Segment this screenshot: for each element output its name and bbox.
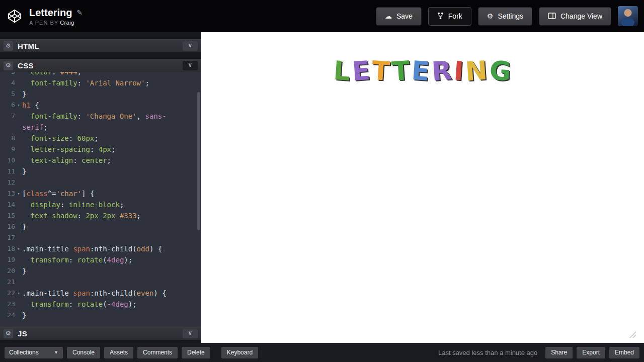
edit-title-icon[interactable]: ✎ xyxy=(77,9,83,17)
share-button[interactable]: Share xyxy=(545,347,573,358)
keyboard-button[interactable]: Keyboard xyxy=(221,347,258,358)
code-line[interactable]: 6▾h1 { xyxy=(0,100,201,111)
code-token: ; xyxy=(77,72,82,76)
js-collapse-chevron-icon[interactable]: ∨ xyxy=(183,329,198,338)
code-line[interactable]: 22▾.main-title span:nth-child(even) { xyxy=(0,288,201,299)
line-number: 15 xyxy=(0,210,15,221)
collections-dropdown[interactable]: Collections ▼ xyxy=(5,347,63,358)
code-token: : xyxy=(73,156,82,164)
title-letter: E xyxy=(351,55,373,87)
pen-title-block: Lettering ✎ A PEN BYCraig xyxy=(29,7,83,26)
code-line[interactable]: 21 xyxy=(0,277,201,288)
code-line[interactable]: 5} xyxy=(0,88,201,100)
embed-button[interactable]: Embed xyxy=(609,347,639,358)
code-line[interactable]: 16} xyxy=(0,221,201,232)
line-number: 23 xyxy=(0,299,15,310)
code-token: ; xyxy=(111,145,115,153)
code-text: transform: rotate(-4deg); xyxy=(22,299,201,310)
code-line[interactable]: 12 xyxy=(0,177,201,188)
code-line[interactable]: 15 text-shadow: 2px 2px #333; xyxy=(0,210,201,221)
code-token xyxy=(22,112,31,120)
fold-column xyxy=(15,254,22,265)
css-code-editor[interactable]: 3 color: #444;4 font-family: 'Arial Narr… xyxy=(0,72,201,327)
code-line[interactable]: 19 transform: rotate(4deg); xyxy=(0,254,201,265)
code-token: transform xyxy=(31,300,69,308)
code-text: font-size: 60px; xyxy=(22,133,201,144)
code-text: text-shadow: 2px 2px #333; xyxy=(22,210,201,221)
code-line[interactable]: serif; xyxy=(0,122,201,133)
console-button[interactable]: Console xyxy=(67,347,100,358)
author-link[interactable]: Craig xyxy=(60,20,74,26)
line-number: 18 xyxy=(0,243,15,254)
html-settings-gear-icon[interactable]: ⚙ xyxy=(4,41,13,51)
code-token: ( xyxy=(103,256,107,264)
code-line[interactable]: 11} xyxy=(0,166,201,177)
fold-arrow-icon[interactable]: ▾ xyxy=(15,243,22,254)
editor-scrollbar[interactable] xyxy=(197,92,200,230)
line-number: 7 xyxy=(0,111,15,122)
code-line[interactable]: 3 color: #444; xyxy=(0,72,201,77)
code-text: serif; xyxy=(22,122,201,133)
fold-arrow-icon[interactable]: ▾ xyxy=(15,100,22,111)
code-token: : xyxy=(60,201,69,209)
code-token: } xyxy=(22,167,26,175)
code-token: class xyxy=(26,190,47,198)
line-number: 10 xyxy=(0,155,15,166)
export-button[interactable]: Export xyxy=(577,347,605,358)
fold-arrow-icon[interactable]: ▾ xyxy=(15,288,22,299)
line-number: 21 xyxy=(0,277,15,288)
line-number: 12 xyxy=(0,177,15,188)
code-token: sans- xyxy=(145,112,166,120)
assets-button[interactable]: Assets xyxy=(104,347,133,358)
code-line[interactable]: 24} xyxy=(0,310,201,321)
code-line[interactable]: 23 transform: rotate(-4deg); xyxy=(0,299,201,310)
code-line[interactable]: 8 font-size: 60px; xyxy=(0,133,201,144)
code-line[interactable]: 4 font-family: 'Arial Narrow'; xyxy=(0,77,201,88)
line-number: 24 xyxy=(0,310,15,321)
code-line[interactable]: 13▾[class^='char'] { xyxy=(0,188,201,199)
save-button[interactable]: ☁ Save xyxy=(376,7,422,26)
code-line[interactable]: 14 display: inline-block; xyxy=(0,199,201,210)
code-token: : xyxy=(90,145,99,153)
fold-column xyxy=(15,221,22,232)
fork-button[interactable]: Fork xyxy=(428,7,471,26)
code-token: 'Changa One' xyxy=(86,112,136,120)
avatar[interactable] xyxy=(618,6,638,26)
title-letter: L xyxy=(332,55,352,87)
save-button-label: Save xyxy=(396,12,413,20)
code-line[interactable]: 10 text-align: center; xyxy=(0,155,201,166)
code-text: } xyxy=(22,221,201,232)
code-line[interactable]: 7 font-family: 'Changa One', sans- xyxy=(0,111,201,122)
code-token: ^= xyxy=(48,190,56,198)
css-settings-gear-icon[interactable]: ⚙ xyxy=(4,61,13,70)
delete-button[interactable]: Delete xyxy=(182,347,210,358)
html-section-header[interactable]: ⚙ HTML ∨ xyxy=(0,39,201,52)
code-token: even xyxy=(137,289,154,297)
code-token: : xyxy=(52,72,60,76)
codepen-logo-icon[interactable] xyxy=(6,8,23,25)
code-token: #333 xyxy=(120,212,137,220)
byline: A PEN BYCraig xyxy=(29,20,83,26)
code-line[interactable]: 18▾.main-title span:nth-child(odd) { xyxy=(0,243,201,254)
collections-label: Collections xyxy=(9,349,39,356)
html-collapse-chevron-icon[interactable]: ∨ xyxy=(183,41,198,51)
change-view-button[interactable]: Change View xyxy=(539,7,611,26)
settings-button[interactable]: ⚙ Settings xyxy=(478,7,532,26)
code-line[interactable]: 20} xyxy=(0,265,201,277)
js-settings-gear-icon[interactable]: ⚙ xyxy=(4,329,13,338)
code-text: [class^='char'] { xyxy=(22,188,201,199)
code-token: center xyxy=(82,156,107,164)
code-token: ( xyxy=(103,300,107,308)
code-line[interactable]: 9 letter-spacing: 4px; xyxy=(0,144,201,155)
fold-arrow-icon[interactable]: ▾ xyxy=(15,188,22,199)
fold-column xyxy=(15,77,22,88)
code-token: : xyxy=(77,79,86,87)
js-section-header[interactable]: ⚙ JS ∨ xyxy=(0,327,201,340)
css-collapse-chevron-icon[interactable]: ∨ xyxy=(183,61,198,70)
code-line[interactable]: 17 xyxy=(0,232,201,243)
code-token: : xyxy=(69,256,77,264)
comments-button[interactable]: Comments xyxy=(137,347,178,358)
css-section-header[interactable]: ⚙ CSS ∨ xyxy=(0,59,201,72)
code-text: font-family: 'Changa One', sans- xyxy=(22,111,201,122)
resize-handle-icon[interactable] xyxy=(628,330,637,341)
